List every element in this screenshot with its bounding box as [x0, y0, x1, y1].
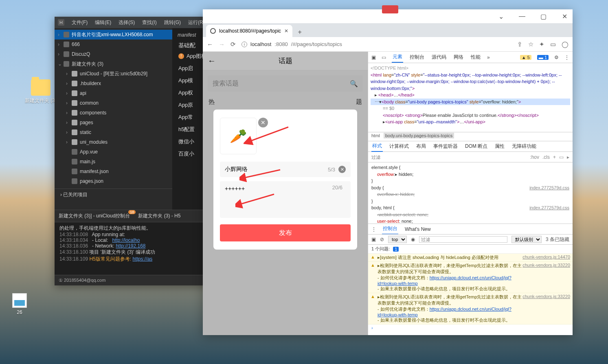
cls-toggle[interactable]: .cls	[542, 154, 550, 160]
tab-a11y[interactable]: 无障碍功能	[511, 141, 537, 151]
console-prompt[interactable]: ›	[368, 325, 573, 331]
hov-toggle[interactable]: :hov	[530, 154, 539, 160]
tab-console[interactable]: 控制台	[409, 52, 425, 62]
clear-console-icon[interactable]: ⊘	[380, 237, 384, 242]
tab-unicloud[interactable]: 新建文件夹 (3)] - uniCloud控制台18	[59, 213, 130, 219]
console-filter-input[interactable]	[419, 236, 507, 243]
console-link[interactable]: http://localho	[112, 237, 140, 243]
menu-run[interactable]: 运行(R)	[188, 19, 205, 26]
warning-count-badge[interactable]: ▲ 5	[520, 55, 531, 60]
maximize-button[interactable]: ▢	[538, 13, 549, 20]
message-count-badge[interactable]: ▬ 1	[537, 55, 549, 60]
desktop-folder[interactable]: 新建文件夹 (3)	[24, 79, 57, 104]
tab-performance[interactable]: 性能	[470, 52, 481, 62]
new-rule-icon[interactable]: +	[553, 154, 556, 160]
tree-main-js[interactable]: main.js	[55, 157, 172, 167]
tree-pages[interactable]: ›pages	[55, 118, 172, 127]
tree-proj-3[interactable]: ›DiscuzQ	[55, 49, 172, 59]
tab-sources[interactable]: 源代码	[431, 52, 447, 62]
tree-pages-json[interactable]: pages.json	[55, 176, 172, 186]
publish-button[interactable]: 发布	[220, 224, 351, 241]
desktop-image[interactable]: 26	[3, 293, 36, 315]
pin-icon[interactable]: ▸	[567, 154, 569, 160]
eye-icon[interactable]: ◉	[411, 237, 415, 242]
new-tab-button[interactable]: +	[295, 27, 305, 37]
bookmark-icon[interactable]: ☆	[528, 41, 533, 48]
tree-common[interactable]: ›common	[55, 98, 172, 108]
menu-select[interactable]: 选择(S)	[119, 19, 135, 26]
tab-listeners[interactable]: 事件监听器	[432, 141, 459, 151]
sidebar-toggle-icon[interactable]: ▣	[371, 237, 376, 242]
inspect-icon[interactable]: ▣	[371, 55, 376, 60]
device-icon[interactable]: ▭	[382, 55, 386, 60]
forward-button[interactable]: →	[219, 41, 225, 48]
clear-name-button[interactable]: ✕	[338, 166, 346, 173]
menu-edit[interactable]: 编辑(E)	[95, 19, 111, 26]
source-link[interactable]: chunk-vendors.js:33220	[522, 294, 570, 323]
tab-computed[interactable]: 计算样式	[389, 141, 410, 151]
tree-hbuilderx[interactable]: ›.hbuilderx	[55, 79, 172, 88]
minimize-button[interactable]: —	[516, 13, 528, 20]
share-icon[interactable]: ⇪	[517, 41, 522, 48]
site-info-icon[interactable]: i	[241, 42, 247, 47]
tree-app-vue[interactable]: App.vue	[55, 147, 172, 157]
tree-components[interactable]: ›components	[55, 108, 172, 118]
topic-desc-input[interactable]	[225, 185, 346, 205]
styles-panel[interactable]: element.style { overflow:▸ hidden; } bod…	[368, 162, 573, 224]
reading-list-icon[interactable]: ▭	[550, 41, 556, 48]
drawer-tab-whatsnew[interactable]: What's New	[404, 225, 432, 234]
kebab-icon[interactable]: ⋮	[564, 55, 569, 60]
elements-panel[interactable]: <!DOCTYPE html> <html lang="zh-CN" style…	[368, 63, 573, 132]
menu-goto[interactable]: 跳转(G)	[164, 19, 181, 26]
selected-element[interactable]: ⋯▾<body class="uni-body pages-topics-top…	[371, 99, 570, 105]
close-button[interactable]: ✕	[559, 13, 570, 20]
context-select[interactable]: top	[388, 236, 407, 243]
tab-elements[interactable]: 元素	[392, 52, 403, 63]
kebab-icon[interactable]: ⋮	[371, 226, 376, 232]
close-tab-icon[interactable]: ✕	[284, 28, 288, 34]
tree-manifest[interactable]: manifest.json	[55, 167, 172, 176]
profile-icon[interactable]: ◯	[562, 41, 568, 48]
console-link[interactable]: https://as	[132, 256, 152, 262]
address-bar[interactable]: i localhost:8080/#/pages/topics/topics	[241, 41, 511, 47]
close-modal-button[interactable]: ✕	[258, 118, 268, 127]
topic-avatar[interactable]: 🥕	[220, 118, 257, 154]
topic-desc-field[interactable]: 20/6	[220, 181, 351, 218]
tree-api[interactable]: ›api	[55, 88, 172, 98]
menu-find[interactable]: 查找(I)	[142, 19, 156, 26]
tree-static[interactable]: ›static	[55, 127, 172, 137]
styles-filter-input[interactable]	[371, 155, 527, 160]
extensions-icon[interactable]: ✦	[539, 41, 544, 48]
breadcrumb[interactable]: html body.uni-body.pages-topics-topics	[368, 132, 573, 141]
tab-props[interactable]: 属性	[494, 141, 505, 151]
gear-icon[interactable]: ⚙	[554, 55, 559, 60]
tree-uni-modules[interactable]: ›uni_modules	[55, 137, 172, 147]
console-link[interactable]: http://192.168	[116, 243, 145, 249]
tree-unicloud[interactable]: ›uniCloud - [阿里云:unic5d0b29]	[55, 69, 172, 79]
tab-dom-bp[interactable]: DOM 断点	[464, 141, 488, 151]
device-icon[interactable]: ▭	[559, 154, 564, 160]
more-tabs-icon[interactable]: »	[487, 55, 490, 60]
tab-layout[interactable]: 布局	[415, 141, 427, 151]
tree-proj-4[interactable]: ⌄新建文件夹 (3)	[55, 59, 172, 69]
menu-file[interactable]: 文件(F)	[72, 19, 88, 26]
tab-h5[interactable]: 新建文件夹 (3) - H5	[138, 213, 180, 219]
source-link[interactable]: index.2772579d.css	[529, 184, 569, 191]
back-button[interactable]: ←	[207, 41, 213, 48]
tree-proj-1[interactable]: ›抖音名片引流xml-www.LXH5068.com	[55, 30, 172, 39]
tab-network[interactable]: 网络	[453, 52, 464, 62]
chevron-down-icon[interactable]: ⌄	[495, 13, 507, 20]
source-link[interactable]: index.2772579d.css	[529, 204, 569, 211]
browser-tab[interactable]: localhost:8080/#/pages/topic ✕	[206, 25, 292, 37]
reload-button[interactable]: ⟳	[230, 41, 236, 48]
level-select[interactable]: 默认级别	[511, 236, 542, 243]
tab-styles[interactable]: 样式	[371, 141, 383, 152]
closed-projects[interactable]: › 已关闭项目	[55, 189, 172, 201]
issue-bar[interactable]: 1 个问题: 1	[368, 245, 573, 254]
source-link[interactable]: chunk-vendors.js:33220	[522, 263, 570, 292]
source-link[interactable]: chunk-vendors.js:14470	[522, 254, 570, 261]
topic-name-field[interactable]: 5/3 ✕	[220, 162, 351, 177]
topic-name-input[interactable]	[225, 166, 328, 173]
drawer-tab-console[interactable]: 控制台	[382, 224, 398, 235]
tree-proj-2[interactable]: ›666	[55, 39, 172, 49]
